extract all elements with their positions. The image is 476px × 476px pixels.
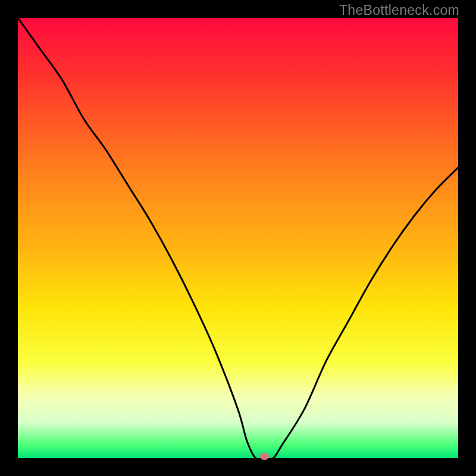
optimal-point-marker: [259, 453, 269, 460]
chart-frame: TheBottleneck.com: [0, 0, 476, 476]
chart-svg: [18, 18, 458, 458]
watermark-text: TheBottleneck.com: [339, 2, 459, 18]
gradient-background: [18, 18, 458, 458]
bottleneck-curve: [18, 18, 458, 459]
